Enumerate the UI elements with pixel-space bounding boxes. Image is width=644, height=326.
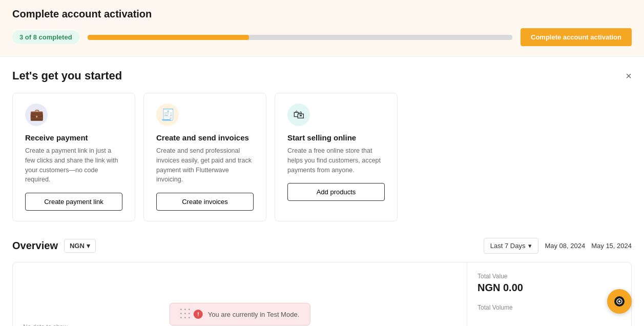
overview-header: Overview NGN ▾ Last 7 Days ▾ May 08, 202…	[12, 238, 632, 254]
no-data-label: No data to show.	[23, 323, 69, 326]
create-invoices-icon: 🧾	[156, 104, 179, 126]
progress-bar-container	[88, 35, 512, 40]
get-started-header: Let's get you started ×	[12, 69, 632, 83]
receive-payment-desc: Create a payment link in just a few clic…	[25, 146, 122, 185]
start-selling-card: 🛍 Start selling online Create a free onl…	[275, 93, 398, 221]
svg-point-1	[618, 300, 620, 302]
test-mode-message: You are currently in Test Mode.	[208, 311, 300, 318]
progress-badge: 3 of 8 completed	[12, 30, 79, 44]
receive-payment-icon: 💼	[25, 104, 48, 126]
warning-icon: !	[194, 310, 203, 319]
activation-title: Complete account activation	[12, 8, 632, 20]
add-products-button[interactable]: Add products	[287, 183, 385, 201]
currency-dropdown-icon: ▾	[87, 242, 90, 250]
currency-label: NGN	[70, 242, 85, 250]
create-invoices-desc: Create and send professional invoices ea…	[156, 146, 254, 185]
date-range-dropdown-icon: ▾	[528, 242, 532, 250]
start-selling-icon: 🛍	[287, 104, 310, 126]
date-range-filter[interactable]: Last 7 Days ▾	[484, 238, 539, 254]
progress-row: 3 of 8 completed Complete account activa…	[12, 28, 632, 46]
start-selling-desc: Create a free online store that helps yo…	[287, 146, 385, 175]
create-payment-link-button[interactable]: Create payment link	[25, 193, 122, 211]
metric-total-value: Total Value NGN 0.00	[477, 273, 621, 294]
total-value-label: Total Value	[477, 273, 621, 280]
overview-section: Overview NGN ▾ Last 7 Days ▾ May 08, 202…	[12, 238, 632, 326]
test-mode-banner: ! You are currently in Test Mode.	[170, 303, 310, 325]
total-value-amount: NGN 0.00	[477, 282, 621, 294]
overview-title: Overview	[12, 240, 58, 252]
currency-select[interactable]: NGN ▾	[64, 239, 96, 253]
metric-total-volume: Total Volume	[477, 304, 621, 313]
total-volume-label: Total Volume	[477, 304, 621, 311]
chart-area: No data to show.	[12, 262, 632, 326]
cards-row: 💼 Receive payment Create a payment link …	[12, 93, 632, 221]
create-invoices-card: 🧾 Create and send invoices Create and se…	[143, 93, 266, 221]
chart-main: No data to show.	[13, 262, 467, 326]
grid-dots-icon	[180, 309, 192, 320]
date-start: May 08, 2024	[545, 242, 585, 250]
date-range-label: Last 7 Days	[490, 242, 526, 250]
chat-button[interactable]	[607, 289, 632, 314]
get-started-title: Let's get you started	[12, 69, 122, 83]
test-banner-icons: !	[180, 309, 203, 320]
complete-activation-button[interactable]: Complete account activation	[521, 28, 632, 46]
chart-sidebar: Total Value NGN 0.00 Total Volume	[467, 262, 631, 326]
activation-banner: Complete account activation 3 of 8 compl…	[0, 0, 644, 57]
receive-payment-title: Receive payment	[25, 133, 122, 142]
create-invoices-title: Create and send invoices	[156, 133, 254, 142]
create-invoices-button[interactable]: Create invoices	[156, 193, 254, 211]
progress-bar-fill	[88, 35, 249, 40]
close-get-started-button[interactable]: ×	[626, 70, 632, 82]
receive-payment-card: 💼 Receive payment Create a payment link …	[12, 93, 135, 221]
date-end: May 15, 2024	[591, 242, 632, 250]
main-content: Let's get you started × 💼 Receive paymen…	[0, 57, 644, 326]
start-selling-title: Start selling online	[287, 133, 385, 142]
overview-filters: Last 7 Days ▾ May 08, 2024 May 15, 2024	[484, 238, 632, 254]
chat-button-icon	[614, 296, 625, 307]
